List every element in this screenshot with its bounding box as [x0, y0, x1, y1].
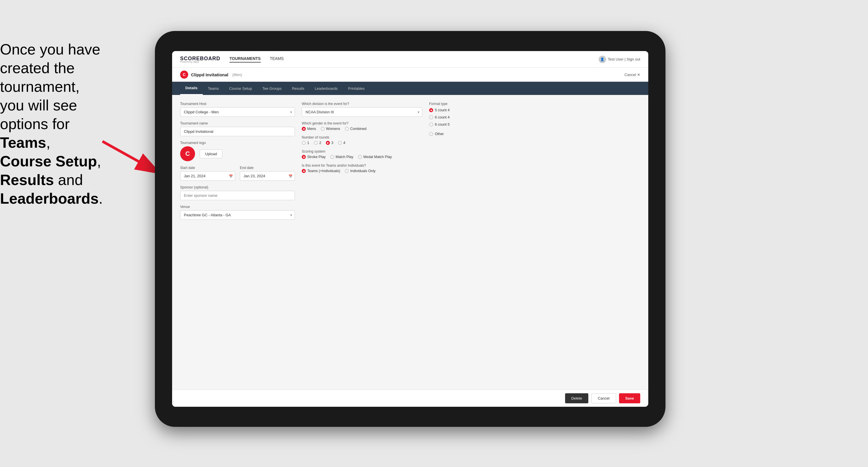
tournament-logo-group: Tournament logo C Upload	[180, 141, 295, 161]
teams-radio-group: Teams (+Individuals) Individuals Only	[302, 169, 422, 173]
end-date-label: End date	[240, 166, 295, 170]
tab-tee-groups[interactable]: Tee Groups	[257, 82, 286, 95]
tournament-host-select-wrapper: Clippd College - Men	[180, 107, 295, 117]
scoring-label: Scoring system	[302, 150, 422, 153]
tournament-type: (Men)	[232, 72, 242, 77]
tournament-title-row: C Clippd Invitational (Men)	[180, 70, 242, 79]
format-other-option[interactable]: Other	[429, 131, 640, 137]
scoring-stroke-option[interactable]: Stroke Play	[302, 155, 326, 159]
rounds-radio-group: 1 2 3 4	[302, 141, 422, 145]
bottom-bar: Delete Cancel Save	[172, 390, 648, 407]
teams-plus-individuals-option[interactable]: Teams (+Individuals)	[302, 169, 340, 173]
gender-combined-radio[interactable]	[345, 127, 349, 131]
logo-upload-row: C Upload	[180, 146, 295, 161]
tab-details[interactable]: Details	[180, 82, 203, 95]
gender-womens-radio[interactable]	[321, 127, 325, 131]
scoring-match-option[interactable]: Match Play	[330, 155, 353, 159]
save-button[interactable]: Save	[619, 393, 640, 403]
rounds-4-radio[interactable]	[338, 141, 342, 145]
tournament-host-label: Tournament Host	[180, 102, 295, 106]
start-date-input[interactable]	[180, 171, 235, 181]
rounds-2-radio[interactable]	[314, 141, 318, 145]
tablet-frame: SCOREBOARD Powered by clippd TOURNAMENTS…	[155, 31, 665, 427]
rounds-3-radio[interactable]	[326, 141, 330, 145]
tab-course-setup[interactable]: Course Setup	[224, 82, 257, 95]
rounds-3-option[interactable]: 3	[326, 141, 333, 145]
gender-mens-option[interactable]: Mens	[302, 127, 316, 131]
right-column: Format type 5 count 4 6 count 4 6 count …	[429, 102, 640, 383]
format-6count4-option[interactable]: 6 count 4	[429, 115, 640, 120]
end-date-group: End date	[240, 166, 295, 181]
division-group: Which division is the event for? NCAA Di…	[302, 102, 422, 117]
venue-select-wrapper: Peachtree GC - Atlanta - GA	[180, 210, 295, 220]
format-6count4-radio[interactable]	[429, 115, 433, 119]
rounds-2-option[interactable]: 2	[314, 141, 321, 145]
user-area: 👤 Test User | Sign out	[599, 56, 640, 63]
format-5count4-radio[interactable]	[429, 108, 433, 112]
logo-sub: Powered by clippd	[180, 61, 220, 63]
start-date-group: Start date	[180, 166, 235, 181]
cancel-x-button[interactable]: Cancel ✕	[624, 72, 640, 77]
tab-results[interactable]: Results	[287, 82, 310, 95]
tab-teams[interactable]: Teams	[203, 82, 224, 95]
tablet-screen: SCOREBOARD Powered by clippd TOURNAMENTS…	[172, 51, 648, 407]
tournament-name-label: Tournament name	[180, 121, 295, 125]
delete-button[interactable]: Delete	[565, 393, 589, 403]
rounds-1-radio[interactable]	[302, 141, 306, 145]
format-5count4-option[interactable]: 5 count 4	[429, 107, 640, 113]
gender-radio-group: Mens Womens Combined	[302, 127, 422, 131]
tournament-name-input[interactable]	[180, 127, 295, 136]
scoring-stroke-radio[interactable]	[302, 155, 306, 159]
tournament-icon: C	[180, 70, 188, 79]
tab-printables[interactable]: Printables	[343, 82, 370, 95]
scoring-match-radio[interactable]	[330, 155, 334, 159]
scoring-radio-group: Stroke Play Match Play Medal Match Play	[302, 155, 422, 159]
tournament-name-group: Tournament name	[180, 121, 295, 136]
nav-teams[interactable]: TEAMS	[270, 56, 284, 63]
teams-label: Is this event for Teams and/or Individua…	[302, 163, 422, 167]
gender-womens-option[interactable]: Womens	[321, 127, 340, 131]
nav-links: TOURNAMENTS TEAMS	[229, 56, 284, 63]
scoring-medal-option[interactable]: Medal Match Play	[358, 155, 392, 159]
tab-bar: Details Teams Course Setup Tee Groups Re…	[172, 82, 648, 95]
rounds-4-option[interactable]: 4	[338, 141, 345, 145]
scoring-medal-radio[interactable]	[358, 155, 362, 159]
date-row: Start date End date	[180, 166, 295, 181]
format-6count5-option[interactable]: 6 count 5	[429, 122, 640, 127]
rounds-label: Number of rounds	[302, 135, 422, 139]
cancel-button[interactable]: Cancel	[591, 393, 616, 403]
upload-button[interactable]: Upload	[199, 150, 222, 158]
format-group: Format type 5 count 4 6 count 4 6 count …	[429, 102, 640, 137]
venue-group: Venue Peachtree GC - Atlanta - GA	[180, 205, 295, 220]
tournament-logo-label: Tournament logo	[180, 141, 295, 145]
gender-combined-option[interactable]: Combined	[345, 127, 367, 131]
teams-plus-individuals-radio[interactable]	[302, 169, 306, 173]
tournament-host-select[interactable]: Clippd College - Men	[180, 107, 295, 117]
division-select[interactable]: NCAA Division III	[302, 107, 422, 117]
gender-mens-radio[interactable]	[302, 127, 306, 131]
main-content: Tournament Host Clippd College - Men Tou…	[172, 95, 648, 390]
logo-preview: C	[180, 146, 195, 161]
rounds-1-option[interactable]: 1	[302, 141, 309, 145]
nav-left: SCOREBOARD Powered by clippd TOURNAMENTS…	[180, 56, 284, 63]
format-6count5-radio[interactable]	[429, 123, 433, 126]
rounds-group: Number of rounds 1 2	[302, 135, 422, 145]
middle-column: Which division is the event for? NCAA Di…	[302, 102, 422, 383]
user-label[interactable]: Test User | Sign out	[608, 57, 640, 61]
sponsor-input[interactable]	[180, 191, 295, 200]
top-nav: SCOREBOARD Powered by clippd TOURNAMENTS…	[172, 51, 648, 68]
left-column: Tournament Host Clippd College - Men Tou…	[180, 102, 295, 383]
end-date-wrapper	[240, 171, 295, 181]
tab-leaderboards[interactable]: Leaderboards	[310, 82, 343, 95]
format-other-radio[interactable]	[429, 132, 433, 136]
sponsor-group: Sponsor (optional)	[180, 185, 295, 200]
individuals-only-radio[interactable]	[345, 169, 349, 173]
venue-label: Venue	[180, 205, 295, 209]
venue-select[interactable]: Peachtree GC - Atlanta - GA	[180, 210, 295, 220]
logo-area: SCOREBOARD Powered by clippd	[180, 56, 220, 63]
nav-tournaments[interactable]: TOURNAMENTS	[229, 56, 261, 63]
individuals-only-option[interactable]: Individuals Only	[345, 169, 375, 173]
end-date-input[interactable]	[240, 171, 295, 181]
teams-group: Is this event for Teams and/or Individua…	[302, 163, 422, 173]
tournament-host-group: Tournament Host Clippd College - Men	[180, 102, 295, 117]
